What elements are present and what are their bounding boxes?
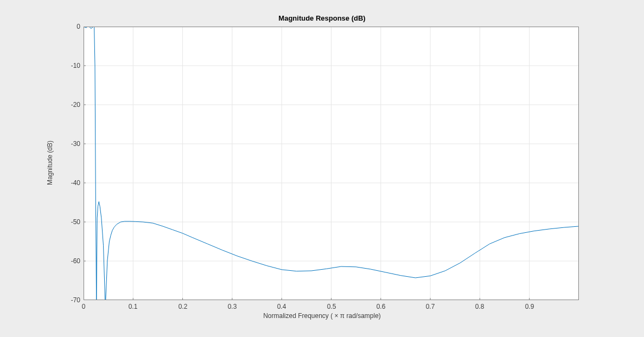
y-tick-label: -60 <box>71 257 80 265</box>
x-tick-label: 0.6 <box>377 303 386 310</box>
plot-axes[interactable] <box>84 27 579 300</box>
y-tick-label: -20 <box>71 101 80 109</box>
x-tick-label: 0 <box>82 303 86 310</box>
x-tick-label: 0.5 <box>327 303 336 310</box>
y-tick-label: -70 <box>71 296 80 304</box>
y-tick-label: -10 <box>71 62 80 69</box>
x-tick-label: 0.1 <box>129 303 138 310</box>
y-tick-label: -30 <box>71 140 80 148</box>
y-tick-label: -50 <box>71 218 80 226</box>
x-tick-label: 0.8 <box>475 303 484 310</box>
x-tick-label: 0.4 <box>277 303 286 310</box>
chart-title: Magnitude Response (dB) <box>0 14 644 22</box>
y-axis-label: Magnitude (dB) <box>46 141 54 185</box>
x-axis-label: Normalized Frequency ( × π rad/sample) <box>0 312 644 320</box>
x-tick-label: 0.7 <box>426 303 435 310</box>
y-tick-label: 0 <box>76 23 80 30</box>
x-tick-label: 0.9 <box>525 303 534 310</box>
x-tick-label: 0.3 <box>228 303 237 310</box>
figure-window: Magnitude Response (dB) Magnitude (dB) N… <box>0 0 644 337</box>
grid-lines <box>84 27 579 300</box>
x-tick-label: 0.2 <box>178 303 188 310</box>
y-tick-label: -40 <box>71 179 80 187</box>
